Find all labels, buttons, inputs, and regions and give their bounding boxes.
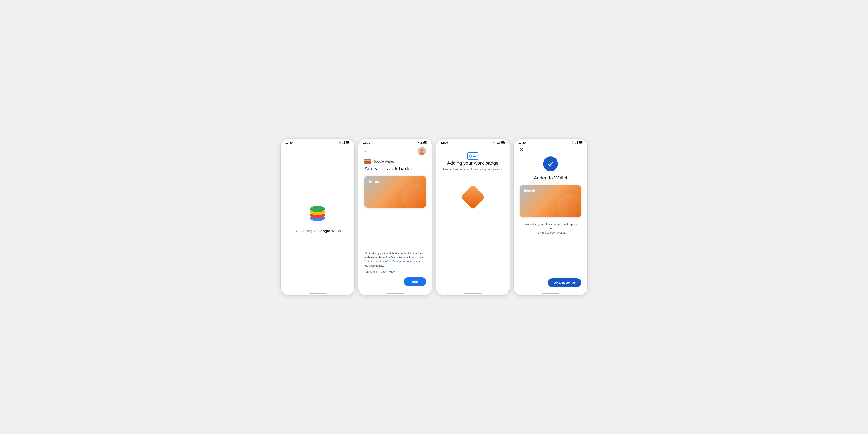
- status-icons-3: [493, 142, 505, 144]
- svg-rect-37: [578, 142, 578, 144]
- status-icons-2: [415, 142, 427, 144]
- status-bar-2: 12:30: [358, 139, 432, 145]
- back-button[interactable]: ←: [364, 149, 369, 154]
- wifi-icon: [338, 142, 341, 144]
- home-bar-1: [281, 290, 354, 295]
- battery-icon: [346, 142, 349, 144]
- svg-point-31: [469, 155, 472, 157]
- svg-rect-25: [498, 143, 499, 144]
- wifi-icon-3: [493, 142, 496, 144]
- screen1-body: Connecting to Google Wallet: [287, 145, 348, 290]
- badge-card-texture-4: [557, 193, 581, 217]
- wallet-icon-small: [364, 159, 371, 164]
- screen4-title: Added to Wallet: [534, 175, 567, 181]
- svg-rect-24: [497, 143, 498, 144]
- battery-icon-3: [501, 142, 505, 144]
- svg-point-18: [420, 149, 423, 152]
- svg-rect-13: [421, 142, 422, 144]
- svg-rect-36: [577, 142, 577, 144]
- avatar: [418, 147, 426, 155]
- svg-rect-23: [364, 159, 371, 160]
- time-4: 11:29: [519, 141, 526, 144]
- svg-rect-11: [420, 143, 420, 144]
- svg-rect-39: [579, 142, 582, 144]
- svg-rect-29: [501, 142, 504, 144]
- screen3-subtitle: Please don't leave or close this app whi…: [443, 168, 503, 171]
- screen4-top-bar: ✕: [520, 145, 581, 156]
- phone-screen-1: 12:30: [281, 139, 354, 295]
- svg-rect-0: [342, 143, 343, 144]
- signal-icon-2: [420, 142, 423, 144]
- svg-rect-16: [424, 142, 426, 144]
- battery-icon-2: [423, 142, 427, 144]
- screen3-title: Adding your work badge: [447, 160, 498, 166]
- home-bar-4: [514, 290, 587, 295]
- terms-link[interactable]: Terms: [364, 270, 372, 273]
- status-bar-1: 12:30: [281, 139, 354, 145]
- svg-rect-35: [576, 143, 577, 144]
- badge-company-4: Initech: [524, 189, 535, 193]
- svg-rect-34: [575, 143, 576, 144]
- svg-rect-32: [473, 155, 476, 155]
- svg-rect-33: [473, 156, 476, 157]
- screen2-body: ← Google Wallet: [364, 145, 426, 290]
- screen3-content-area: Adding your work badge Please don't leav…: [436, 145, 510, 290]
- battery-icon-4: [579, 142, 583, 144]
- signal-icon-4: [575, 142, 578, 144]
- brand-label: Google Wallet: [373, 159, 394, 163]
- time-3: 12:30: [441, 141, 448, 144]
- home-indicator-4: [542, 293, 559, 294]
- screen3-body: Adding your work badge Please don't leav…: [442, 145, 504, 290]
- manage-passes-link[interactable]: Manage passes data: [392, 260, 417, 263]
- phone-screen-2: 12:30 ←: [358, 139, 432, 295]
- wifi-icon-2: [415, 142, 419, 144]
- status-icons-4: [571, 142, 583, 144]
- checkmark-icon: [547, 160, 554, 167]
- home-bar-3: [436, 290, 510, 295]
- svg-rect-1: [343, 143, 343, 144]
- connecting-text: Connecting to Google Wallet: [293, 229, 341, 233]
- wifi-icon-4: [571, 142, 574, 144]
- loading-diamond: [461, 185, 485, 209]
- svg-point-10: [310, 206, 325, 212]
- checkmark-circle: [543, 156, 558, 171]
- privacy-link[interactable]: Privacy Policy: [378, 270, 395, 273]
- status-bar-4: 11:29: [514, 139, 587, 145]
- phone-screen-3: 12:30: [436, 139, 510, 295]
- screen1-content-area: Connecting to Google Wallet: [281, 145, 354, 290]
- time-2: 12:30: [363, 141, 370, 144]
- badge-id-icon: [467, 152, 478, 160]
- screen2-info: After adding your work badge to Wallet, …: [364, 251, 426, 268]
- svg-rect-2: [343, 142, 344, 144]
- status-bar-3: 12:30: [436, 139, 510, 145]
- svg-rect-26: [499, 142, 499, 144]
- wallet-app-icon: [308, 203, 327, 222]
- svg-rect-5: [346, 142, 349, 144]
- badge-card-texture: [402, 184, 426, 208]
- add-button[interactable]: Add: [404, 277, 426, 286]
- badge-card-4: Initech: [520, 185, 581, 217]
- badge-company-2: Initech: [369, 180, 382, 184]
- time-1: 12:30: [285, 141, 292, 144]
- screen2-title: Add your work badge: [364, 165, 426, 172]
- screen4-body: Added to Wallet Initech It works like yo…: [520, 156, 581, 290]
- signal-icon-3: [497, 142, 500, 144]
- screen4-content-area: ✕ Added to Wallet Initech It works like …: [514, 145, 587, 290]
- close-button[interactable]: ✕: [520, 147, 523, 152]
- home-indicator-3: [464, 293, 482, 294]
- signal-icon: [342, 142, 345, 144]
- screen2-terms: Terms and Privacy Policy: [364, 270, 426, 273]
- svg-rect-27: [500, 142, 500, 144]
- home-indicator-2: [386, 293, 404, 294]
- phone-screen-4: 11:29 ✕: [514, 139, 587, 295]
- status-icons-1: [338, 142, 349, 144]
- view-in-wallet-button[interactable]: View in Wallet: [548, 278, 581, 287]
- screen2-top-bar: ←: [364, 145, 426, 159]
- svg-rect-14: [422, 142, 423, 144]
- home-bar-2: [358, 290, 432, 295]
- screen2-content-area: ← Google Wallet: [358, 145, 432, 290]
- screen4-info: It works like your plastic badge. Just t…: [520, 222, 581, 235]
- screen2-brand-header: Google Wallet: [364, 159, 426, 164]
- svg-rect-12: [421, 143, 421, 144]
- svg-rect-3: [344, 142, 345, 144]
